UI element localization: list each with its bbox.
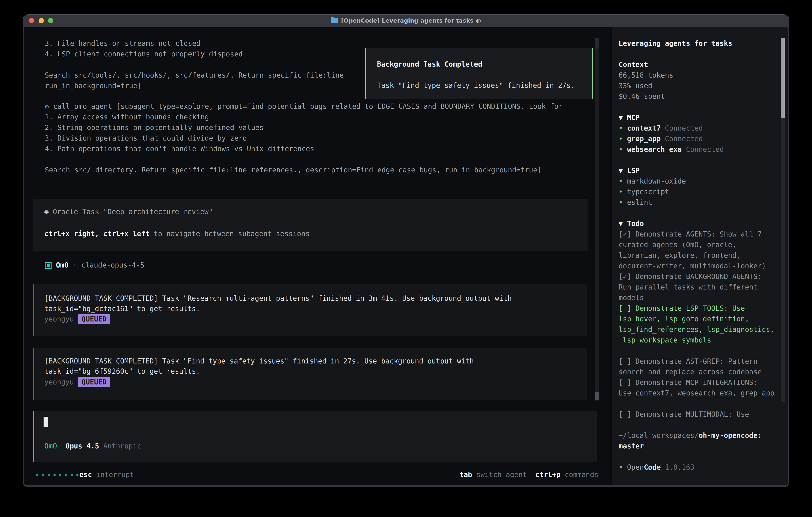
- mcp-item: • grep_app Connected: [618, 134, 703, 144]
- todo-line-active: lsp_workspace_symbols: [618, 335, 711, 346]
- text-cursor: [44, 417, 48, 427]
- lsp-item: • markdown-oxide: [618, 176, 686, 187]
- window-title: [OpenCode] Leveraging agents for tasks: [341, 17, 473, 24]
- tool-call-line: 2. String operations on potentially unde…: [45, 123, 264, 133]
- status-dot-icon: •: [618, 145, 623, 153]
- tool-call-footer: Search src/ directory. Return specific f…: [45, 165, 542, 175]
- sidebar-scrollbar-thumb[interactable]: [781, 38, 785, 118]
- task-line: [BACKGROUND TASK COMPLETED] Task "Resear…: [45, 293, 512, 304]
- context-used: 33% used: [618, 81, 652, 91]
- zoom-button[interactable]: [48, 18, 53, 23]
- toast-body: Task "Find type safety issues" finished …: [377, 80, 575, 91]
- half-moon-icon: ◐: [476, 17, 481, 24]
- sidebar-scrollbar[interactable]: [781, 38, 785, 402]
- background-task-toast: Background Task Completed Task "Find typ…: [365, 48, 592, 99]
- session-title: Leveraging agents for tasks: [618, 38, 732, 49]
- folder-icon: [331, 18, 338, 23]
- ctrlp-key-hint: ctrl+p: [535, 471, 560, 479]
- main-scrollbar-top-segment: [595, 38, 599, 49]
- oracle-task-title: ◉ Oracle Task "Deep architecture review": [45, 207, 213, 217]
- agent-header: OmO · claude-opus-4-5: [45, 260, 144, 271]
- context-spent: $0.46 spent: [618, 91, 665, 102]
- traffic-lights: [29, 18, 53, 23]
- chevron-down-icon: ▼: [618, 166, 623, 174]
- todo-line-pending: search and replace across codebase: [618, 366, 762, 377]
- fisheye-icon: ◉: [45, 208, 49, 216]
- status-dot-icon: •: [618, 188, 623, 196]
- terminal-app: 3. File handles or streams not closed 4.…: [24, 27, 788, 485]
- app-window: [OpenCode] Leveraging agents for tasks ◐…: [23, 15, 789, 487]
- main-scrollbar-thumb[interactable]: [595, 392, 599, 401]
- input-footer: OmO Opus 4.5 Anthropic: [45, 441, 141, 452]
- mcp-item: • websearch_exa Connected: [618, 144, 724, 155]
- todo-line-active: lsp_find_references, lsp_diagnostics,: [618, 324, 775, 335]
- status-dot-icon: •: [618, 177, 623, 185]
- background-task-message: [BACKGROUND TASK COMPLETED] Task "Find t…: [33, 348, 587, 400]
- status-dot-icon: •: [618, 135, 623, 143]
- lsp-item: • eslint: [618, 197, 652, 208]
- output-line: Search src/tools/, src/hooks/, src/featu…: [45, 70, 344, 81]
- statusbar-right: tab switch agent ctrl+p commands: [460, 469, 599, 480]
- hint-keys: ctrl+x right, ctrl+x left: [45, 230, 150, 238]
- todo-line-done: curated agents (OmO, oracle,: [618, 240, 736, 250]
- footer-provider: Anthropic: [103, 442, 141, 450]
- task-line: task_id="bg_dcfac161" to get results.: [45, 303, 200, 314]
- oracle-hint: ctrl+x right, ctrl+x left to navigate be…: [45, 228, 310, 239]
- gear-icon: ⚙: [45, 102, 49, 110]
- lsp-section-toggle[interactable]: ▼ LSP: [618, 165, 640, 176]
- task-line: task_id="bg_6f59260c" to get results.: [45, 366, 200, 377]
- chevron-down-icon: ▼: [618, 113, 623, 121]
- queued-badge: QUEUED: [78, 314, 110, 324]
- todo-line-pending: [ ] Demonstrate AST-GREP: Pattern: [618, 356, 757, 366]
- output-line: 4. LSP client connections not properly d…: [45, 49, 242, 59]
- todo-line-active: [ ] Demonstrate LSP TOOLS: Use: [618, 303, 745, 314]
- chevron-down-icon: ▼: [618, 219, 623, 227]
- spinner-dots: ▪▪▪▪▪▪▪▪: [36, 469, 82, 480]
- mcp-section-toggle[interactable]: ▼ MCP: [618, 112, 640, 123]
- session-sidebar: Leveraging agents for tasks Context 66,5…: [611, 27, 788, 485]
- status-dot-icon: •: [618, 198, 623, 206]
- prompt-input[interactable]: OmO Opus 4.5 Anthropic: [33, 411, 597, 462]
- task-user: yeongyu: [45, 315, 74, 323]
- statusbar-left: esc interrupt: [79, 469, 134, 480]
- task-meta: yeongyuQUEUED: [45, 377, 110, 387]
- todo-line-active: lsp_hover, lsp_goto_definition,: [618, 314, 749, 324]
- todo-line-done: [✓] Demonstrate AGENTS: Show all 7: [618, 229, 762, 240]
- toast-title: Background Task Completed: [377, 59, 482, 70]
- agent-model: claude-opus-4-5: [81, 260, 144, 271]
- tool-call-header: ⚙ call_omo_agent [subagent_type=explore,…: [45, 101, 563, 112]
- task-user: yeongyu: [45, 378, 74, 386]
- tool-call-line: 1. Array access without bounds checking: [45, 112, 209, 123]
- todo-line-done: document-writer, multimodal-looker): [618, 261, 766, 271]
- todo-line-done: models: [618, 293, 644, 303]
- hint-text: to navigate between subagent sessions: [150, 230, 310, 238]
- status-dot-icon: •: [618, 463, 623, 471]
- output-line: 3. File handles or streams not closed: [45, 38, 201, 49]
- footer-model: Opus 4.5: [65, 442, 99, 450]
- footer-agent: OmO: [45, 442, 57, 450]
- background-task-message: [BACKGROUND TASK COMPLETED] Task "Resear…: [33, 284, 587, 336]
- separator-dot: ·: [68, 260, 81, 271]
- tool-call-line: 3. Division operations that could divide…: [45, 133, 247, 143]
- task-meta: yeongyuQUEUED: [45, 314, 110, 324]
- version-line: • OpenCode 1.0.163: [618, 462, 694, 472]
- todo-line-done: Run parallel tasks with different: [618, 282, 757, 293]
- agent-name: OmO: [56, 260, 68, 271]
- oracle-task-panel: ◉ Oracle Task "Deep architecture review"…: [33, 199, 588, 251]
- todo-line-pending: [ ] Demonstrate MULTIMODAL: Use: [618, 409, 749, 419]
- todo-line-pending: Use context7, websearch_exa, grep_app: [618, 388, 775, 399]
- status-dot-icon: •: [618, 124, 623, 132]
- todo-section-toggle[interactable]: ▼ Todo: [618, 218, 644, 229]
- workspace-branch: master: [618, 441, 644, 452]
- queued-badge: QUEUED: [78, 377, 110, 387]
- tab-key-hint: tab: [460, 471, 472, 479]
- todo-line-done: librarian, explore, frontend,: [618, 250, 741, 261]
- close-button[interactable]: [29, 18, 34, 23]
- workspace-path: ~/local-workspaces/oh-my-opencode:: [618, 430, 762, 441]
- main-scrollbar[interactable]: [595, 38, 599, 401]
- context-tokens: 66,518 tokens: [618, 70, 673, 81]
- mcp-item: • context7 Connected: [618, 123, 703, 134]
- omo-agent-icon: [45, 262, 52, 269]
- minimize-button[interactable]: [38, 18, 44, 23]
- chat-main-area: 3. File handles or streams not closed 4.…: [24, 27, 611, 485]
